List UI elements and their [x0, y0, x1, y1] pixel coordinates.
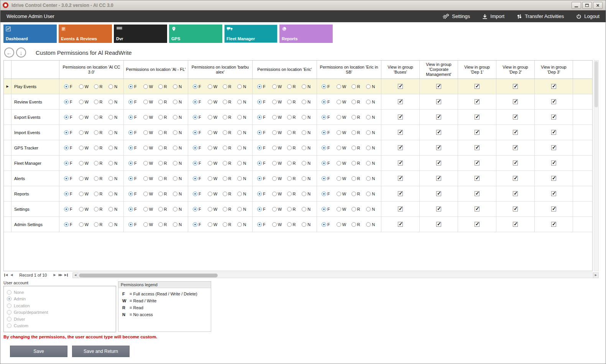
group-view-checkbox[interactable] [475, 222, 480, 227]
next-page-button[interactable] [59, 274, 62, 277]
group-view-checkbox[interactable] [475, 191, 480, 196]
permission-radio-f[interactable]: F [193, 192, 208, 196]
permission-radio-w[interactable]: W [272, 192, 287, 196]
group-view-checkbox[interactable] [551, 145, 556, 150]
permission-radio-r[interactable]: R [287, 130, 302, 135]
group-view-checkbox[interactable] [398, 84, 403, 89]
group-view-checkbox[interactable] [398, 130, 403, 135]
group-view-checkbox[interactable] [475, 130, 480, 135]
permission-radio-n[interactable]: N [237, 207, 252, 212]
permission-radio-f[interactable]: F [257, 222, 272, 227]
permission-radio-f[interactable]: F [257, 130, 272, 135]
table-row[interactable]: AlertsFWRNFWRNFWRNFWRNFWRN [4, 171, 592, 186]
permission-radio-w[interactable]: W [208, 222, 223, 227]
permission-radio-f[interactable]: F [128, 176, 143, 181]
permission-radio-n[interactable]: N [237, 222, 252, 227]
permission-radio-n[interactable]: N [366, 100, 381, 104]
permission-radio-w[interactable]: W [208, 207, 223, 212]
table-row[interactable]: ReportsFWRNFWRNFWRNFWRNFWRN [4, 186, 592, 202]
permission-radio-f[interactable]: F [128, 146, 143, 150]
tab-dvr[interactable]: Dvr [114, 25, 167, 43]
permission-radio-w[interactable]: W [79, 130, 94, 135]
permission-radio-w[interactable]: W [272, 100, 287, 104]
group-view-checkbox[interactable] [475, 115, 480, 120]
permission-radio-w[interactable]: W [272, 146, 287, 150]
permission-radio-f[interactable]: F [64, 192, 79, 196]
group-view-checkbox[interactable] [436, 161, 441, 166]
permission-radio-f[interactable]: F [322, 222, 337, 227]
scroll-right-button[interactable]: ▶ [593, 272, 599, 278]
permission-radio-n[interactable]: N [237, 161, 252, 166]
permission-radio-r[interactable]: R [94, 192, 109, 196]
group-view-checkbox[interactable] [513, 176, 518, 181]
permission-radio-w[interactable]: W [337, 115, 351, 120]
group-view-checkbox[interactable] [398, 99, 403, 104]
permission-radio-f[interactable]: F [257, 161, 272, 166]
permission-radio-r[interactable]: R [158, 207, 173, 212]
group-view-checkbox[interactable] [436, 130, 441, 135]
permission-radio-w[interactable]: W [208, 84, 223, 89]
permission-radio-n[interactable]: N [302, 222, 317, 227]
last-record-button[interactable] [64, 274, 68, 277]
permission-radio-f[interactable]: F [322, 192, 337, 196]
horizontal-scrollbar-thumb[interactable] [79, 274, 218, 277]
group-view-checkbox[interactable] [398, 145, 403, 150]
group-view-checkbox[interactable] [398, 176, 403, 181]
group-view-checkbox[interactable] [475, 84, 480, 89]
permission-radio-w[interactable]: W [272, 84, 287, 89]
permission-radio-r[interactable]: R [351, 207, 366, 212]
move-down-button[interactable]: ↓ [16, 48, 26, 57]
table-row[interactable]: GPS TrackerFWRNFWRNFWRNFWRNFWRN [4, 140, 592, 156]
maximize-button[interactable] [582, 2, 592, 9]
permission-radio-n[interactable]: N [366, 222, 381, 227]
permission-radio-f[interactable]: F [193, 176, 208, 181]
permission-radio-n[interactable]: N [173, 84, 188, 89]
permission-radio-r[interactable]: R [351, 84, 366, 89]
permission-radio-f[interactable]: F [322, 100, 337, 104]
permission-radio-r[interactable]: R [223, 84, 238, 89]
permission-radio-f[interactable]: F [128, 130, 143, 135]
permission-radio-r[interactable]: R [223, 146, 238, 150]
permission-radio-n[interactable]: N [302, 207, 317, 212]
permission-radio-r[interactable]: R [223, 161, 238, 166]
table-row[interactable]: Admin SettingsFWRNFWRNFWRNFWRNFWRN [4, 217, 592, 232]
permission-radio-r[interactable]: R [158, 84, 173, 89]
permission-radio-f[interactable]: F [193, 207, 208, 212]
permission-radio-n[interactable]: N [108, 161, 123, 166]
permission-radio-f[interactable]: F [257, 207, 272, 212]
permission-radio-f[interactable]: F [128, 222, 143, 227]
account-type-driver[interactable]: Driver [7, 316, 113, 322]
permission-radio-f[interactable]: F [193, 115, 208, 120]
account-type-admin[interactable]: Admin [7, 296, 113, 302]
permission-radio-f[interactable]: F [64, 130, 79, 135]
permission-radio-n[interactable]: N [108, 176, 123, 181]
permission-radio-r[interactable]: R [287, 222, 302, 227]
permission-radio-r[interactable]: R [158, 115, 173, 120]
permission-radio-n[interactable]: N [366, 207, 381, 212]
permission-radio-w[interactable]: W [272, 115, 287, 120]
permission-radio-w[interactable]: W [208, 146, 223, 150]
permission-radio-r[interactable]: R [287, 176, 302, 181]
permission-radio-r[interactable]: R [94, 222, 109, 227]
permission-radio-r[interactable]: R [351, 176, 366, 181]
permission-radio-w[interactable]: W [143, 161, 158, 166]
permission-radio-f[interactable]: F [193, 130, 208, 135]
permission-radio-r[interactable]: R [94, 115, 109, 120]
account-type-custom[interactable]: Custom [7, 323, 113, 329]
permission-radio-n[interactable]: N [108, 115, 123, 120]
permission-radio-r[interactable]: R [223, 207, 238, 212]
group-view-checkbox[interactable] [436, 176, 441, 181]
permission-radio-n[interactable]: N [366, 115, 381, 120]
permission-radio-r[interactable]: R [287, 100, 302, 104]
group-view-checkbox[interactable] [513, 191, 518, 196]
table-row[interactable]: Import EventsFWRNFWRNFWRNFWRNFWRN [4, 125, 592, 140]
permission-radio-r[interactable]: R [158, 130, 173, 135]
group-view-checkbox[interactable] [513, 84, 518, 89]
vertical-scrollbar[interactable] [594, 60, 599, 271]
permission-radio-w[interactable]: W [337, 84, 351, 89]
permission-radio-n[interactable]: N [108, 146, 123, 150]
permission-radio-f[interactable]: F [322, 84, 337, 89]
permission-radio-r[interactable]: R [94, 100, 109, 104]
group-view-checkbox[interactable] [436, 115, 441, 120]
permission-radio-w[interactable]: W [337, 146, 351, 150]
